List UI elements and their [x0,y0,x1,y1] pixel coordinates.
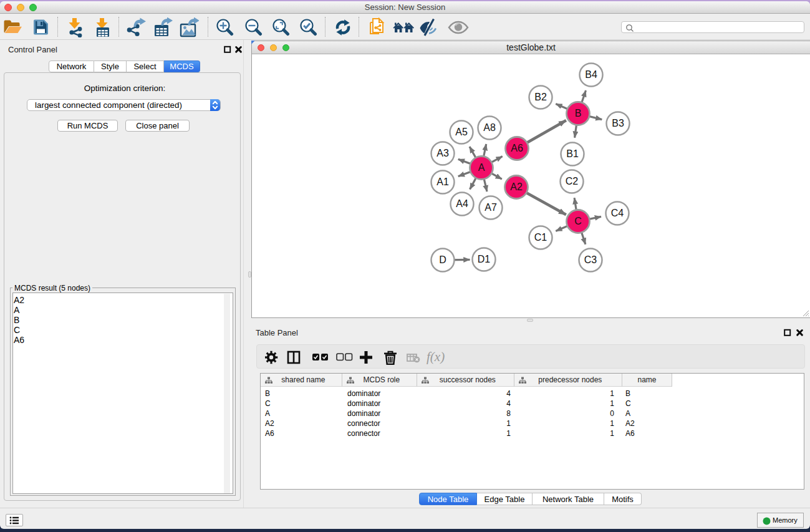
svg-text:D: D [439,254,446,265]
svg-text:C4: C4 [611,208,624,218]
svg-text:A3: A3 [436,148,449,158]
svg-text:A2: A2 [510,181,523,192]
svg-text:B2: B2 [534,92,547,102]
svg-text:B4: B4 [585,69,597,80]
svg-text:A4: A4 [456,198,468,209]
svg-text:A7: A7 [485,202,497,213]
svg-text:C3: C3 [584,254,597,265]
svg-text:A8: A8 [483,122,496,133]
svg-text:A6: A6 [511,143,523,153]
svg-text:B1: B1 [566,148,579,159]
svg-text:A: A [478,162,485,173]
svg-text:D1: D1 [478,254,491,264]
svg-text:A5: A5 [455,127,468,137]
svg-text:A1: A1 [436,177,449,187]
svg-text:C1: C1 [534,232,547,243]
svg-text:B3: B3 [612,118,624,128]
svg-text:B: B [575,108,582,118]
svg-text:C: C [574,216,582,226]
svg-text:C2: C2 [566,176,579,186]
